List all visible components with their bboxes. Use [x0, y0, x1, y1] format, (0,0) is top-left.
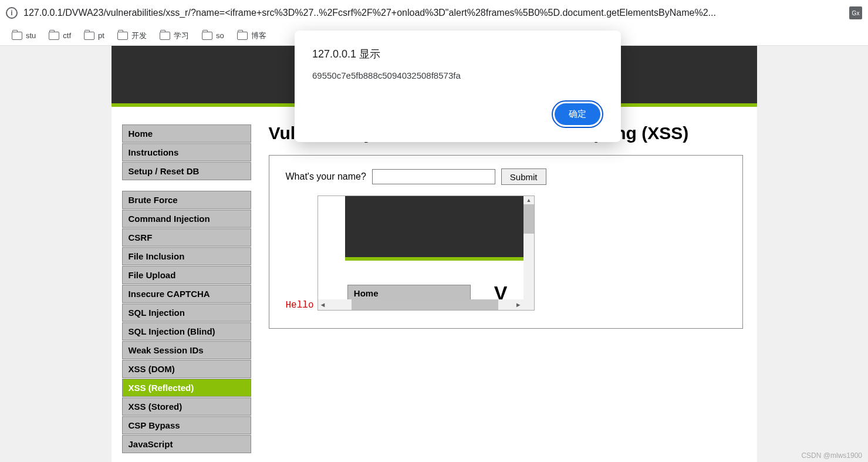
- watermark: CSDN @mlws1900: [801, 451, 862, 460]
- bookmark-label: pt: [98, 31, 104, 40]
- horizontal-scrollbar[interactable]: ◄►: [318, 299, 523, 310]
- folder-icon: [160, 32, 170, 40]
- folder-icon: [84, 32, 94, 40]
- form-label: What's your name?: [286, 171, 366, 182]
- bookmark-label: 博客: [251, 31, 266, 41]
- sidebar-item-setup[interactable]: Setup / Reset DB: [122, 162, 251, 180]
- bookmark-label: stu: [26, 31, 36, 40]
- sidebar-item-csrf[interactable]: CSRF: [122, 228, 251, 247]
- alert-message: 69550c7e5fb888c5094032508f8573fa: [312, 70, 603, 80]
- bookmark-dev[interactable]: 开发: [114, 28, 150, 43]
- bookmark-label: ctf: [63, 31, 71, 40]
- menu-block-1: Home Instructions Setup / Reset DB: [122, 124, 251, 180]
- main-content: Vulnerability: Reflected Cross Site Scri…: [251, 117, 757, 462]
- sidebar: Home Instructions Setup / Reset DB Brute…: [112, 117, 251, 462]
- sidebar-item-csp-bypass[interactable]: CSP Bypass: [122, 416, 251, 434]
- bookmark-so[interactable]: so: [198, 29, 228, 42]
- bookmark-ctf[interactable]: ctf: [45, 29, 75, 42]
- hello-text: Hello: [286, 300, 314, 311]
- translate-icon[interactable]: Gx: [849, 6, 862, 19]
- sidebar-item-bruteforce[interactable]: Brute Force: [122, 191, 251, 209]
- result-area: Hello Home V▾ ▲ ◄►: [286, 195, 726, 311]
- sidebar-item-file-upload[interactable]: File Upload: [122, 266, 251, 284]
- folder-icon: [49, 32, 59, 40]
- sidebar-item-instructions[interactable]: Instructions: [122, 143, 251, 161]
- form-row: What's your name? Submit: [286, 168, 726, 185]
- sidebar-item-command-injection[interactable]: Command Injection: [122, 210, 251, 228]
- sidebar-item-captcha[interactable]: Insecure CAPTCHA: [122, 285, 251, 303]
- bookmark-blog[interactable]: 博客: [234, 28, 270, 43]
- folder-icon: [237, 32, 248, 40]
- ok-button[interactable]: 确定: [555, 103, 600, 125]
- ok-button-wrap: 确定: [552, 100, 603, 128]
- bookmark-label: 学习: [174, 31, 189, 41]
- site-info-icon[interactable]: i: [6, 7, 18, 19]
- bookmark-study[interactable]: 学习: [156, 28, 192, 43]
- sidebar-item-xss-dom[interactable]: XSS (DOM): [122, 360, 251, 378]
- form-panel: What's your name? Submit Hello Home: [269, 155, 743, 329]
- name-input[interactable]: [372, 169, 495, 184]
- bookmark-stu[interactable]: stu: [8, 29, 39, 42]
- submit-button[interactable]: Submit: [501, 168, 546, 185]
- folder-icon: [117, 32, 128, 40]
- sidebar-item-xss-stored[interactable]: XSS (Stored): [122, 397, 251, 416]
- sidebar-item-javascript[interactable]: JavaScript: [122, 435, 251, 453]
- sidebar-item-sql-injection[interactable]: SQL Injection: [122, 303, 251, 322]
- vertical-scrollbar[interactable]: ▲: [523, 196, 534, 310]
- menu-block-2: Brute Force Command Injection CSRF File …: [122, 191, 251, 453]
- url-display[interactable]: 127.0.0.1/DVWA23/vulnerabilities/xss_r/?…: [23, 8, 843, 18]
- sidebar-item-home[interactable]: Home: [122, 124, 251, 143]
- alert-dialog: 127.0.0.1 显示 69550c7e5fb888c5094032508f8…: [295, 31, 621, 142]
- browser-url-bar: i 127.0.0.1/DVWA23/vulnerabilities/xss_r…: [0, 0, 868, 26]
- sidebar-item-weak-session[interactable]: Weak Session IDs: [122, 341, 251, 359]
- sidebar-item-sql-blind[interactable]: SQL Injection (Blind): [122, 322, 251, 340]
- bookmark-pt[interactable]: pt: [80, 29, 108, 42]
- folder-icon: [202, 32, 212, 40]
- alert-title: 127.0.0.1 显示: [312, 47, 603, 61]
- injected-iframe[interactable]: Home V▾ ▲ ◄►: [318, 195, 535, 311]
- sidebar-item-file-inclusion[interactable]: File Inclusion: [122, 247, 251, 265]
- folder-icon: [12, 32, 22, 40]
- inner-header: [345, 196, 534, 261]
- sidebar-item-xss-reflected[interactable]: XSS (Reflected): [122, 379, 251, 397]
- bookmark-label: so: [216, 31, 224, 40]
- bookmark-label: 开发: [131, 31, 147, 41]
